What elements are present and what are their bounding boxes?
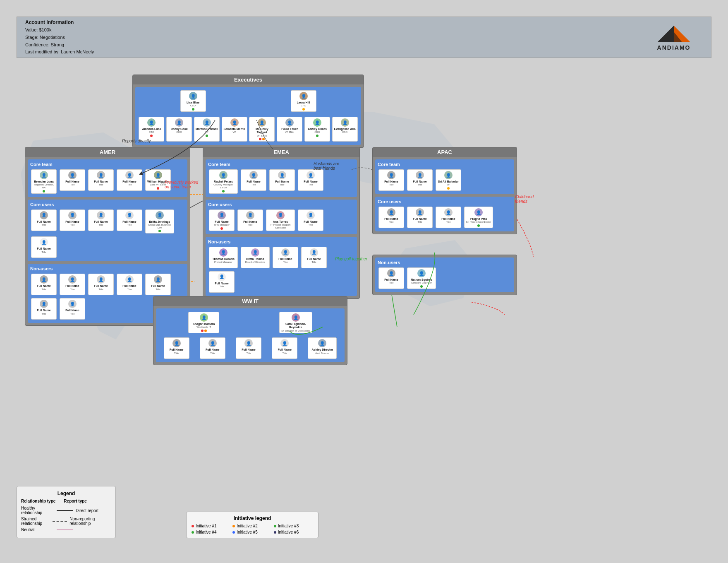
person-name: Amanda Luca	[142, 128, 161, 131]
person-card[interactable]: 👤 Full Name Title	[117, 209, 142, 231]
person-card[interactable]: 👤 Full Name Title	[273, 247, 298, 268]
golf-annotation: Play golf together	[335, 257, 367, 261]
person-title: Title	[98, 224, 103, 226]
person-name: Full Name	[122, 180, 136, 183]
avatar: 👤	[341, 118, 349, 127]
person-card[interactable]: 👤 Laura Hill CFO	[291, 90, 316, 112]
person-card[interactable]: 👤 Full Name Title	[60, 298, 85, 320]
person-title: VP	[447, 183, 450, 186]
person-name: Full Name	[151, 284, 165, 288]
person-card[interactable]: 👤 Sara Highland-Reynolds Sr. Director, I…	[279, 312, 312, 333]
person-card[interactable]: 👤 Danny Cook COO	[166, 117, 192, 142]
person-card[interactable]: 👤 Full Name Title	[200, 337, 225, 359]
person-title: Title	[311, 261, 316, 264]
person-card[interactable]: 👤 Full Name Title	[378, 267, 404, 289]
person-card[interactable]: 👤 Ashley Gillies CRO	[304, 117, 330, 142]
person-card[interactable]: 👤 Full Name Title	[117, 274, 142, 295]
person-card[interactable]: 👤 Thomas Daniels Project Manager	[209, 247, 238, 268]
apac-panel: APAC Core team 👤 Full Name Title 👤 Full …	[372, 147, 517, 234]
person-title: Title	[70, 313, 74, 315]
person-card[interactable]: 👤 Ashley Director Asst Director	[308, 337, 337, 359]
amer-title: AMER	[25, 147, 190, 157]
person-card[interactable]: 👤 Full Name Title	[88, 274, 114, 295]
person-card[interactable]: 👤 Full Name Title	[209, 271, 235, 293]
person-card[interactable]: 👤 Paula Feuer VP Mktg	[277, 117, 302, 142]
person-title: Title	[41, 313, 46, 315]
person-card[interactable]: 👤 Full Name Title	[378, 169, 404, 191]
person-card[interactable]: 👤 Sri Ali Bahadur VP	[436, 169, 461, 191]
person-card[interactable]: 👤 Full Name Title	[236, 337, 261, 359]
person-card[interactable]: 👤 Full Name Title	[145, 274, 171, 295]
person-card[interactable]: 👤 Full Name Title	[298, 209, 323, 231]
person-card[interactable]: 👤 Full Name Title	[88, 169, 114, 191]
avatar: 👤	[68, 211, 77, 219]
person-card[interactable]: 👤 Full Name Title	[436, 207, 461, 228]
amer-core-users-title: Core users	[30, 202, 185, 207]
person-card[interactable]: 👤 Full Name Title	[237, 209, 263, 231]
person-card[interactable]: 👤 Shagari Kamara Worldwide IT	[188, 312, 219, 333]
avatar: 👤	[249, 171, 258, 179]
person-card[interactable]: 👤 McKinley Taggart VP Sales	[249, 117, 275, 142]
person-card[interactable]: 👤 Full Name Title	[407, 207, 433, 228]
initiative-4: Initiative #4	[192, 530, 231, 534]
neutral-line	[57, 529, 73, 530]
init-1-label: Initiative #1	[196, 524, 217, 528]
person-card[interactable]: 👤 Full Name Title	[117, 169, 142, 191]
person-title: CTO	[149, 131, 154, 134]
person-card[interactable]: 👤 Full Name Title	[60, 209, 85, 231]
person-card[interactable]: 👤 Ana Torres IT Project Support Speciali…	[266, 209, 295, 231]
avatar: 👤	[313, 118, 321, 127]
person-card[interactable]: 👤 Full Name Title	[269, 169, 295, 191]
person-card[interactable]: 👤 Amanda Luca CTO	[139, 117, 164, 142]
person-card[interactable]: 👤 Marcus Brannell VP	[194, 117, 220, 142]
content-area: Executives 👤 Lisa Blue CEO 👤 Laura Hill …	[0, 66, 728, 563]
person-name: Thomas Daniels	[212, 257, 235, 261]
person-card[interactable]: 👤 Rachel Peters Country Manager, EMEA	[209, 169, 238, 194]
avatar: 👤	[97, 171, 105, 179]
emea-non-users-title: Non-users	[208, 239, 354, 244]
person-name: Full Name	[65, 284, 79, 288]
person-card[interactable]: 👤 Full Name Title	[272, 337, 297, 359]
person-card[interactable]: 👤 Samanta Merrill VP	[222, 117, 247, 142]
person-card[interactable]: 👤 Full Name Title	[301, 247, 327, 268]
person-name: Full Name	[275, 180, 289, 183]
person-card[interactable]: 👤 Full Name Title	[241, 169, 266, 191]
person-card[interactable]: 👤 Britta Jennings Group Mgr, Business De…	[145, 209, 174, 234]
person-card[interactable]: 👤 Brendan Luna Regional Director, NA	[31, 169, 57, 194]
person-name: Full Name	[170, 348, 183, 351]
person-card[interactable]: 👤 Full Name Title	[60, 169, 85, 191]
person-title: Title	[70, 224, 74, 226]
indicators	[43, 190, 45, 192]
amer-core-team-title: Core team	[30, 162, 185, 167]
person-card[interactable]: 👤 Full Name Title	[378, 207, 404, 228]
person-card[interactable]: 👤 Full Name Title	[31, 274, 57, 295]
avatar: 👤	[125, 275, 134, 284]
person-card[interactable]: 👤 Full Name Title	[88, 209, 114, 231]
legend-panel: Legend Relationship type Report type Hea…	[17, 486, 116, 538]
person-card[interactable]: 👤 Full Name Title	[298, 169, 323, 191]
avatar: 👤	[125, 171, 134, 179]
avatar: 👤	[68, 300, 77, 308]
person-card[interactable]: 👤 Full Name Title	[31, 236, 57, 258]
person-card[interactable]: 👤 Pragna Vata Sr. Project Coordinator	[464, 207, 493, 228]
avatar: 👤	[299, 92, 308, 100]
person-name: Rachel Peters	[214, 180, 233, 183]
person-name: Pragna Vata	[470, 217, 487, 221]
person-card[interactable]: 👤 Evangeline Aria CSO	[332, 117, 358, 142]
person-card[interactable]: 👤 Britta Rollins Board of Directors	[241, 247, 270, 268]
person-card[interactable]: 👤 Full Name Title	[60, 274, 85, 295]
person-card[interactable]: 👤 Full Name Title	[31, 209, 57, 231]
person-name: Full Name	[37, 247, 50, 250]
avatar: 👤	[97, 275, 105, 284]
person-card[interactable]: 👤 Full Name Title	[164, 337, 189, 359]
person-name: Full Name	[242, 348, 255, 351]
person-card[interactable]: 👤 Lisa Blue CEO	[180, 90, 206, 112]
person-name: Brendan Luna	[34, 180, 53, 183]
person-card[interactable]: 👤 Full Name Title	[31, 298, 57, 320]
person-card[interactable]: 👤 Full Name BPO Manager	[209, 209, 235, 231]
person-card[interactable]: 👤 Full Name Title	[407, 169, 433, 191]
indicators	[206, 135, 208, 137]
avatar: 👤	[40, 275, 48, 284]
person-name: Full Name	[215, 282, 228, 285]
person-card[interactable]: 👤 Nathan Squires Software Engineer	[407, 267, 436, 289]
